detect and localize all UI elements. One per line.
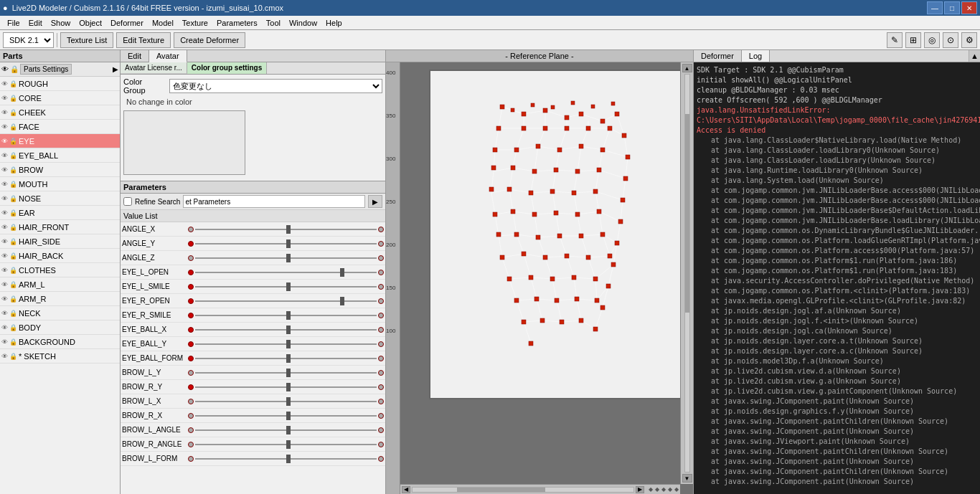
parts-item-background[interactable]: 👁 🔒 BACKGROUND <box>0 335 120 349</box>
maximize-button[interactable]: □ <box>944 1 960 14</box>
canvas-scrollbar-y[interactable]: ▲ ▼ <box>680 62 693 484</box>
canvas-viewport[interactable]: ◀ ▶ ◆ ◆ ◆ ◆ ◆ ▲ <box>400 62 693 494</box>
param-thumb[interactable] <box>286 412 291 420</box>
parts-item-cheek[interactable]: 👁 🔒 CHEEK <box>0 105 120 120</box>
log-content[interactable]: SDK Target : SDK 2.1 @@CubismParaminitia… <box>694 62 980 494</box>
param-thumb[interactable] <box>286 254 291 262</box>
menu-deformer[interactable]: Deformer <box>106 17 148 29</box>
pencil-icon-button[interactable]: ✎ <box>887 32 903 48</box>
param-slider[interactable] <box>188 270 384 275</box>
parts-settings-button[interactable]: Parts Settings <box>20 64 72 75</box>
param-slider[interactable] <box>188 442 384 447</box>
param-thumb[interactable] <box>286 326 291 334</box>
param-thumb[interactable] <box>286 282 291 291</box>
scroll-track-x[interactable] <box>412 487 634 493</box>
parts-item-eye[interactable]: 👁 🔒 EYE <box>0 134 120 148</box>
texture-list-button[interactable]: Texture List <box>60 32 113 48</box>
grid-icon-button[interactable]: ⊞ <box>905 32 921 48</box>
param-slider[interactable] <box>188 341 384 347</box>
param-thumb[interactable] <box>286 369 291 377</box>
param-slider[interactable] <box>188 384 384 390</box>
param-thumb[interactable] <box>286 311 291 320</box>
param-slider[interactable] <box>188 413 384 419</box>
parts-item-body[interactable]: 👁 🔒 BODY <box>0 320 120 335</box>
param-slider[interactable] <box>188 313 384 318</box>
parts-item-hair-front[interactable]: 👁 🔒 HAIR_FRONT <box>0 220 120 234</box>
param-thumb[interactable] <box>286 440 291 449</box>
parts-item-mouth[interactable]: 👁 🔒 MOUTH <box>0 177 120 191</box>
parts-item-face[interactable]: 👁 🔒 FACE <box>0 120 120 134</box>
parts-item-neck[interactable]: 👁 🔒 NECK <box>0 306 120 320</box>
menu-help[interactable]: Help <box>321 17 347 29</box>
param-slider[interactable] <box>188 298 384 304</box>
parts-list[interactable]: 👁 🔒 ROUGH 👁 🔒 CORE 👁 🔒 CHEEK 👁 🔒 FACE 👁 <box>0 77 120 494</box>
menu-object[interactable]: Object <box>75 17 106 29</box>
close-button[interactable]: ✕ <box>961 1 977 14</box>
refine-input[interactable] <box>183 195 365 208</box>
scroll-down-button[interactable]: ▼ <box>682 474 692 483</box>
parts-item-arm-l[interactable]: 👁 🔒 ARM_L <box>0 277 120 292</box>
param-thumb[interactable] <box>286 383 291 391</box>
param-slider[interactable] <box>188 255 384 261</box>
menu-edit[interactable]: Edit <box>24 17 47 29</box>
menu-parameters[interactable]: Parameters <box>212 17 262 29</box>
tab-edit[interactable]: Edit <box>121 50 149 62</box>
target-icon-button[interactable]: ⊙ <box>943 32 958 48</box>
param-slider[interactable] <box>188 356 384 361</box>
param-thumb[interactable] <box>286 455 291 463</box>
canvas-scrollbar-x[interactable]: ◀ ▶ ◆ ◆ ◆ ◆ ◆ <box>400 484 680 494</box>
param-thumb[interactable] <box>340 297 344 305</box>
refine-checkbox[interactable] <box>123 197 132 206</box>
parts-item-eye-ball[interactable]: 👁 🔒 EYE_BALL <box>0 148 120 163</box>
create-deformer-button[interactable]: Create Deformer <box>174 32 245 48</box>
parts-item-core[interactable]: 👁 🔒 CORE <box>0 91 120 105</box>
tab-avatar[interactable]: Avatar <box>149 50 187 62</box>
param-slider[interactable] <box>188 399 384 404</box>
minimize-button[interactable]: — <box>927 1 943 14</box>
param-thumb[interactable] <box>286 397 291 406</box>
parts-item-sketch[interactable]: 👁 🔒 * SKETCH <box>0 349 120 364</box>
parts-item-ear[interactable]: 👁 🔒 EAR <box>0 206 120 220</box>
param-slider[interactable] <box>188 284 384 290</box>
edit-texture-button[interactable]: Edit Texture <box>116 32 171 48</box>
param-slider[interactable] <box>188 241 384 247</box>
sdk-select[interactable]: SDK 2.1 <box>3 32 54 48</box>
param-thumb[interactable] <box>340 268 344 277</box>
param-slider[interactable] <box>188 370 384 376</box>
sub-tab-color-group[interactable]: Color group settings <box>187 62 267 74</box>
circle-icon-button[interactable]: ◎ <box>924 32 940 48</box>
log-scroll-up[interactable]: ▲ <box>969 50 980 62</box>
param-thumb[interactable] <box>286 426 291 434</box>
parts-item-arm-r[interactable]: 👁 🔒 ARM_R <box>0 292 120 306</box>
param-slider[interactable] <box>188 327 384 333</box>
param-thumb[interactable] <box>286 340 291 348</box>
parts-item-clothes[interactable]: 👁 🔒 CLOTHES <box>0 263 120 277</box>
param-thumb[interactable] <box>286 225 291 234</box>
scroll-up-button[interactable]: ▲ <box>682 64 692 72</box>
refine-search-button[interactable]: ▶ <box>368 195 382 208</box>
param-slider[interactable] <box>188 227 384 232</box>
sub-tab-avatar-license[interactable]: Avatar License r... <box>121 62 187 74</box>
tab-log[interactable]: Log <box>742 50 770 62</box>
parts-item-nose[interactable]: 👁 🔒 NOSE <box>0 191 120 206</box>
scroll-track-y[interactable] <box>684 74 690 472</box>
scroll-thumb-y[interactable] <box>685 114 689 313</box>
param-thumb[interactable] <box>286 239 291 248</box>
scroll-left-button[interactable]: ◀ <box>402 486 410 493</box>
color-group-select[interactable]: 色変更なし <box>169 79 382 93</box>
menu-texture[interactable]: Texture <box>178 17 212 29</box>
scroll-thumb-x[interactable] <box>457 488 545 492</box>
param-slider[interactable] <box>188 427 384 433</box>
param-thumb[interactable] <box>286 354 291 363</box>
parts-item-hair-back[interactable]: 👁 🔒 HAIR_BACK <box>0 249 120 263</box>
menu-model[interactable]: Model <box>148 17 178 29</box>
menu-file[interactable]: File <box>3 17 24 29</box>
param-slider[interactable] <box>188 456 384 462</box>
menu-tool[interactable]: Tool <box>262 17 285 29</box>
menu-show[interactable]: Show <box>47 17 75 29</box>
menu-window[interactable]: Window <box>285 17 321 29</box>
tab-deformer[interactable]: Deformer <box>694 50 742 62</box>
scroll-right-button[interactable]: ▶ <box>636 486 644 493</box>
parts-item-rough[interactable]: 👁 🔒 ROUGH <box>0 77 120 91</box>
parts-item-hair-side[interactable]: 👁 🔒 HAIR_SIDE <box>0 234 120 249</box>
